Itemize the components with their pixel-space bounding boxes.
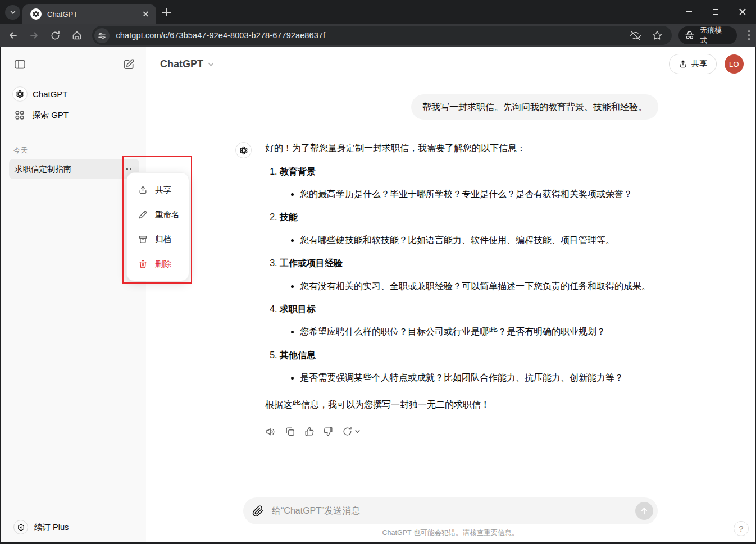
chevron-down-icon — [10, 9, 16, 16]
url-bar[interactable]: chatgpt.com/c/673b5a47-92e4-8003-b278-67… — [92, 26, 672, 45]
sidebar-item-chatgpt[interactable]: ChatGPT — [1, 83, 146, 106]
renew-plus-button[interactable]: 续订 Plus — [1, 520, 69, 534]
renew-plus-label: 续订 Plus — [34, 522, 69, 533]
list-item: 工作或项目经验 您有没有相关的实习、全职或兼职经验？可以简单描述一下您负责的任务… — [280, 256, 658, 294]
user-message-bubble: 帮我写一封求职信。先询问我的教育背景、技能和经验。 — [411, 94, 658, 120]
plus-badge-icon — [13, 520, 28, 534]
menu-item-share[interactable]: 共享 — [127, 177, 189, 202]
sidebar-item-label: ChatGPT — [33, 89, 68, 99]
assistant-avatar-icon — [235, 142, 252, 158]
share-button-label: 共享 — [691, 59, 707, 69]
list-item: 技能 您有哪些硬技能和软技能？比如语言能力、软件使用、编程技能、项目管理等。 — [280, 210, 658, 248]
trash-icon — [138, 259, 148, 269]
browser-menu-button[interactable] — [743, 29, 756, 42]
copy-button[interactable] — [285, 426, 295, 437]
model-title-text: ChatGPT — [160, 58, 203, 70]
regenerate-button[interactable] — [342, 426, 361, 437]
thumbs-up-icon — [304, 426, 315, 437]
assistant-intro: 好的！为了帮您量身定制一封求职信，我需要了解您的以下信息： — [265, 141, 658, 156]
compose-icon — [122, 58, 135, 71]
tab-close-icon[interactable] — [142, 10, 151, 19]
copy-icon — [285, 426, 295, 437]
menu-item-delete[interactable]: 删除 — [127, 252, 189, 276]
assistant-closing: 根据这些信息，我可以为您撰写一封独一无二的求职信！ — [265, 397, 658, 412]
close-icon — [739, 8, 746, 16]
assistant-list: 教育背景 您的最高学历是什么？毕业于哪所学校？专业是什么？是否有获得相关奖项或荣… — [265, 164, 658, 386]
tab-search-button[interactable] — [5, 5, 20, 20]
sidebar: ChatGPT 探索 GPT 今天 求职信定制指南 续订 Plus — [1, 47, 146, 542]
eye-off-icon[interactable] — [630, 30, 641, 42]
help-button[interactable]: ? — [734, 521, 749, 536]
window-maximize-button[interactable] — [702, 0, 729, 24]
read-aloud-button[interactable] — [265, 426, 276, 437]
maximize-icon — [713, 9, 718, 15]
speaker-icon — [265, 426, 276, 437]
chat-item-title: 求职信定制指南 — [15, 164, 122, 175]
sidebar-chat-item[interactable]: 求职信定制指南 — [9, 159, 139, 179]
forward-button[interactable] — [26, 27, 43, 44]
disclaimer-text: ChatGPT 也可能会犯错。请核查重要信息。 — [146, 528, 755, 538]
browser-tab[interactable]: ChatGPT — [22, 4, 156, 24]
window-minimize-button[interactable] — [675, 0, 702, 24]
composer-input[interactable]: 给“ChatGPT”发送消息 — [272, 505, 635, 517]
chevron-down-icon — [207, 60, 215, 68]
list-bullet: 您希望应聘什么样的职位？目标公司或行业是哪些？是否有明确的职业规划？ — [300, 324, 658, 339]
message-actions — [265, 426, 658, 437]
archive-icon — [138, 235, 148, 244]
menu-item-rename[interactable]: 重命名 — [127, 202, 189, 227]
site-info-button[interactable] — [94, 28, 110, 43]
back-arrow-icon — [7, 30, 19, 41]
refresh-button[interactable] — [47, 27, 64, 44]
sidebar-toggle-button[interactable] — [12, 57, 27, 71]
thumbs-down-icon — [323, 426, 334, 437]
conversation: 帮我写一封求职信。先询问我的教育背景、技能和经验。 好的！为了帮您量身定制一封求… — [243, 81, 658, 437]
grid-circles-icon — [14, 109, 25, 121]
sidebar-panel-icon — [13, 58, 26, 71]
refresh-icon — [50, 30, 61, 41]
chatgpt-logo-icon — [12, 86, 28, 102]
assistant-message: 好的！为了帮您量身定制一封求职信，我需要了解您的以下信息： 教育背景 您的最高学… — [243, 141, 658, 437]
thumbs-up-button[interactable] — [304, 426, 315, 437]
minimize-icon — [686, 11, 692, 12]
pencil-icon — [138, 210, 148, 220]
share-button[interactable]: 共享 — [669, 54, 717, 74]
browser-toolbar: chatgpt.com/c/673b5a47-92e4-8003-b278-67… — [0, 24, 756, 47]
thumbs-down-button[interactable] — [323, 426, 334, 437]
sidebar-item-explore-gpt[interactable]: 探索 GPT — [1, 106, 146, 125]
back-button[interactable] — [4, 27, 21, 44]
list-item: 教育背景 您的最高学历是什么？毕业于哪所学校？专业是什么？是否有获得相关奖项或荣… — [280, 164, 658, 202]
incognito-label: 无痕模式 — [700, 25, 729, 45]
sidebar-item-label: 探索 GPT — [32, 110, 69, 121]
history-section-label: 今天 — [13, 146, 146, 156]
chatgpt-favicon-icon — [30, 8, 42, 20]
incognito-badge[interactable]: 无痕模式 — [678, 26, 737, 44]
new-chat-button[interactable] — [121, 57, 136, 71]
main-area: ChatGPT 共享 LO 帮我写一封求职信。先询问我的教育背景、技能和经验。 — [146, 47, 755, 542]
forward-arrow-icon — [29, 30, 40, 41]
menu-item-archive[interactable]: 归档 — [127, 227, 189, 252]
bookmark-star-icon[interactable] — [652, 30, 663, 41]
list-item: 求职目标 您希望应聘什么样的职位？目标公司或行业是哪些？是否有明确的职业规划？ — [280, 302, 658, 340]
list-bullet: 您的最高学历是什么？毕业于哪所学校？专业是什么？是否有获得相关奖项或荣誉？ — [300, 187, 658, 202]
list-bullet: 是否需要强调某些个人特点或成就？比如团队合作能力、抗压能力、创新能力等？ — [300, 371, 658, 385]
model-selector[interactable]: ChatGPT — [160, 58, 215, 70]
list-bullet: 您有没有相关的实习、全职或兼职经验？可以简单描述一下您负责的任务和取得的成果。 — [300, 279, 658, 294]
incognito-icon — [684, 30, 695, 41]
list-item: 其他信息 是否需要强调某些个人特点或成就？比如团队合作能力、抗压能力、创新能力等… — [280, 348, 658, 386]
url-text[interactable]: chatgpt.com/c/673b5a47-92e4-8003-b278-67… — [116, 31, 630, 40]
message-composer[interactable]: 给“ChatGPT”发送消息 — [243, 497, 658, 524]
attach-paperclip-icon[interactable] — [252, 505, 264, 517]
chat-item-options-button[interactable] — [122, 168, 132, 170]
tune-icon — [98, 31, 106, 40]
list-bullet: 您有哪些硬技能和软技能？比如语言能力、软件使用、编程技能、项目管理等。 — [300, 233, 658, 248]
new-tab-button[interactable] — [162, 7, 172, 17]
share-icon — [678, 60, 687, 68]
user-avatar[interactable]: LO — [725, 54, 744, 74]
tab-title: ChatGPT — [47, 10, 142, 19]
window-close-button[interactable] — [729, 0, 756, 24]
chat-item-context-menu: 共享 重命名 归档 删除 — [126, 172, 189, 281]
browser-tabstrip: ChatGPT — [0, 0, 756, 24]
home-button[interactable] — [69, 27, 85, 44]
regenerate-icon — [342, 426, 353, 437]
send-button[interactable] — [635, 502, 653, 520]
